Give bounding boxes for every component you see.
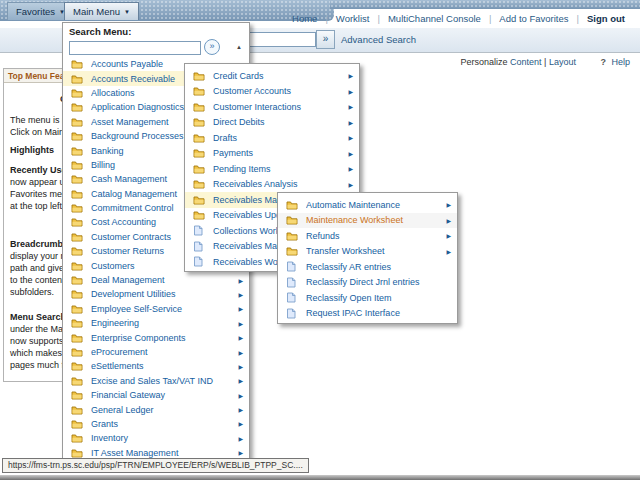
page-icon xyxy=(193,241,205,252)
personalize-content-link[interactable]: Content xyxy=(510,57,542,67)
scroll-up-icon[interactable]: ▲ xyxy=(236,44,242,50)
ar-submenu-item-customer-accounts[interactable]: Customer Accounts▶ xyxy=(185,84,359,100)
menu-item-label: Reclassify Open Item xyxy=(306,293,457,303)
rm-submenu-item-reclassify-direct-jrnl-entries[interactable]: Reclassify Direct Jrnl entries xyxy=(278,275,457,291)
rm-submenu-item-reclassify-ar-entries[interactable]: Reclassify AR entries xyxy=(278,259,457,275)
folder-icon xyxy=(71,189,83,199)
folder-icon xyxy=(71,261,83,271)
main-menu-item-development-utilities[interactable]: Development Utilities▶ xyxy=(63,287,249,301)
header-link-separator: | xyxy=(489,13,491,24)
submenu-arrow-icon: ▶ xyxy=(348,72,353,79)
menu-search-go-icon[interactable]: » xyxy=(204,39,220,55)
menu-search-input[interactable] xyxy=(69,41,201,55)
folder-icon xyxy=(193,86,205,96)
ar-submenu-item-customer-interactions[interactable]: Customer Interactions▶ xyxy=(185,99,359,115)
main-menu-item-inventory[interactable]: Inventory▶ xyxy=(63,431,249,445)
rm-submenu-item-transfer-worksheet[interactable]: Transfer Worksheet▶ xyxy=(278,244,457,260)
help-icon[interactable]: ? xyxy=(600,57,606,67)
menu-item-label: Maintenance Worksheet xyxy=(306,215,446,225)
help-link[interactable]: Help xyxy=(611,57,630,67)
main-menu-item-deal-management[interactable]: Deal Management▶ xyxy=(63,273,249,287)
folder-icon xyxy=(71,217,83,227)
peoplesoft-window: Favorites▼ Main Menu▼ Home|Worklist|Mult… xyxy=(0,0,640,480)
folder-icon xyxy=(71,390,83,400)
submenu-arrow-icon: ▶ xyxy=(238,334,243,341)
folder-icon xyxy=(193,133,205,143)
menu-item-label: General Ledger xyxy=(91,405,238,415)
folder-icon xyxy=(193,148,205,158)
tab-favorites-label: Favorites xyxy=(16,6,55,17)
header-link-worklist[interactable]: Worklist xyxy=(336,13,370,24)
rm-submenu-item-reclassify-open-item[interactable]: Reclassify Open Item xyxy=(278,290,457,306)
folder-icon xyxy=(71,160,83,170)
page-icon xyxy=(286,308,298,319)
ar-submenu-item-drafts[interactable]: Drafts▶ xyxy=(185,130,359,146)
submenu-arrow-icon: ▶ xyxy=(348,134,353,141)
ar-submenu-item-receivables-analysis[interactable]: Receivables Analysis▶ xyxy=(185,177,359,193)
advanced-search-link[interactable]: Advanced Search xyxy=(341,34,416,45)
rm-submenu-item-automatic-maintenance[interactable]: Automatic Maintenance▶ xyxy=(278,197,457,213)
folder-icon xyxy=(71,74,83,84)
folder-icon xyxy=(71,376,83,386)
menu-item-label: Development Utilities xyxy=(91,289,238,299)
main-menu-item-engineering[interactable]: Engineering▶ xyxy=(63,316,249,330)
ar-submenu-item-payments[interactable]: Payments▶ xyxy=(185,146,359,162)
page-icon xyxy=(286,292,298,303)
personalize-separator: | xyxy=(544,57,546,67)
folder-icon xyxy=(71,88,83,98)
folder-icon xyxy=(71,174,83,184)
main-menu-item-eprocurement[interactable]: eProcurement▶ xyxy=(63,345,249,359)
submenu-arrow-icon: ▶ xyxy=(446,232,451,239)
ar-submenu-item-credit-cards[interactable]: Credit Cards▶ xyxy=(185,68,359,84)
folder-icon xyxy=(71,347,83,357)
menu-item-label: Customer Accounts xyxy=(213,86,348,96)
main-menu-item-employee-self-service[interactable]: Employee Self-Service▶ xyxy=(63,302,249,316)
personalize-layout-link[interactable]: Layout xyxy=(549,57,576,67)
main-menu-item-financial-gateway[interactable]: Financial Gateway▶ xyxy=(63,388,249,402)
header-links: Home|Worklist|MultiChannel Console|Add t… xyxy=(285,13,632,24)
folder-icon xyxy=(71,405,83,415)
folder-icon xyxy=(71,246,83,256)
menu-item-label: Grants xyxy=(91,419,238,429)
folder-icon xyxy=(71,232,83,242)
menu-item-label: Inventory xyxy=(91,433,238,443)
menu-item-label: Reclassify AR entries xyxy=(306,262,457,272)
menu-item-label: eProcurement xyxy=(91,347,238,357)
header-link-home[interactable]: Home xyxy=(292,13,317,24)
submenu-arrow-icon: ▶ xyxy=(238,291,243,298)
rm-submenu-item-refunds[interactable]: Refunds▶ xyxy=(278,228,457,244)
menu-item-label: Credit Cards xyxy=(213,71,348,81)
main-menu-item-excise-and-sales-tax-vat-ind[interactable]: Excise and Sales Tax/VAT IND▶ xyxy=(63,374,249,388)
folder-icon xyxy=(193,102,205,112)
header-band-right xyxy=(330,0,640,9)
submenu-arrow-icon: ▶ xyxy=(446,201,451,208)
main-menu-item-general-ledger[interactable]: General Ledger▶ xyxy=(63,402,249,416)
folder-icon xyxy=(71,102,83,112)
folder-icon xyxy=(71,117,83,127)
rm-submenu-item-maintenance-worksheet[interactable]: Maintenance Worksheet▶ xyxy=(278,213,457,229)
main-menu-item-esettlements[interactable]: eSettlements▶ xyxy=(63,359,249,373)
submenu-arrow-icon: ▶ xyxy=(348,181,353,188)
page-icon xyxy=(193,256,205,267)
ar-submenu-item-pending-items[interactable]: Pending Items▶ xyxy=(185,161,359,177)
search-go-icon[interactable]: » xyxy=(316,30,335,49)
submenu-arrow-icon: ▶ xyxy=(238,406,243,413)
folder-icon xyxy=(71,333,83,343)
header-link-multichannel-console[interactable]: MultiChannel Console xyxy=(388,13,481,24)
menu-item-label: IT Asset Management xyxy=(91,448,238,458)
folder-icon xyxy=(71,304,83,314)
main-menu-item-enterprise-components[interactable]: Enterprise Components▶ xyxy=(63,330,249,344)
header-link-add-to-favorites[interactable]: Add to Favorites xyxy=(499,13,568,24)
menu-search-label: Search Menu: xyxy=(69,26,243,37)
folder-icon xyxy=(193,210,205,220)
folder-icon xyxy=(71,289,83,299)
main-menu-item-grants[interactable]: Grants▶ xyxy=(63,417,249,431)
rm-submenu-item-request-ipac-interface[interactable]: Request IPAC Interface xyxy=(278,306,457,322)
tab-main-menu[interactable]: Main Menu▼ xyxy=(64,2,139,20)
menu-item-label: Employee Self-Service xyxy=(91,304,238,314)
ar-submenu-item-direct-debits[interactable]: Direct Debits▶ xyxy=(185,115,359,131)
header-link-sign-out[interactable]: Sign out xyxy=(587,13,625,24)
page-icon xyxy=(286,277,298,288)
menu-item-label: Financial Gateway xyxy=(91,390,238,400)
submenu-arrow-icon: ▶ xyxy=(348,119,353,126)
